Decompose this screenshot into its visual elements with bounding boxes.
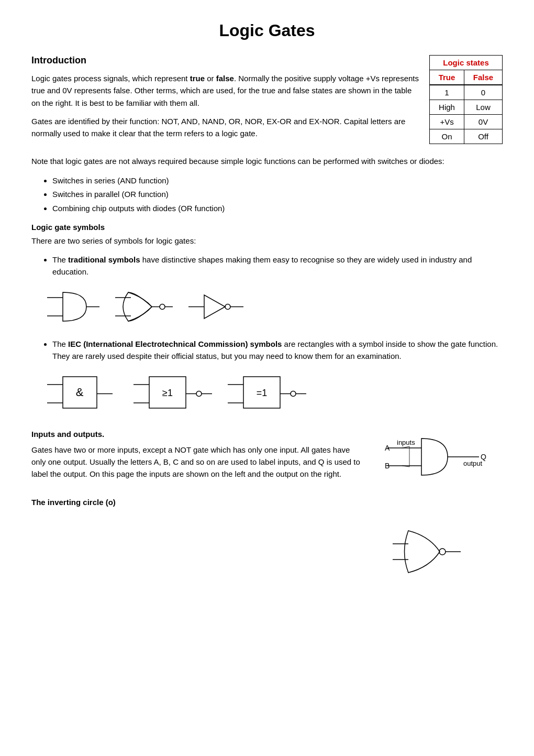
logic-states-table: Logic states True False 10HighLow+Vs0VOn… <box>429 55 503 144</box>
introduction-heading: Introduction <box>31 55 419 66</box>
inputs-outputs-heading: Inputs and outputs. <box>31 428 366 440</box>
svg-text:&: & <box>76 386 84 399</box>
logic-states-title: Logic states <box>430 56 503 70</box>
inverting-heading: The inverting circle (o) <box>31 498 503 507</box>
traditional-symbols-item: The traditional symbols have distinctive… <box>52 254 503 278</box>
page-title: Logic Gates <box>31 21 503 40</box>
intro-para-1: Logic gates process signals, which repre… <box>31 72 419 109</box>
svg-point-29 <box>291 391 296 397</box>
logic-gate-symbols-intro: There are two series of symbols for logi… <box>31 235 503 247</box>
inputs-outputs-section: Inputs and outputs. Gates have two or mo… <box>31 428 503 487</box>
svg-text:B: B <box>385 462 390 470</box>
svg-text:output: output <box>463 459 483 467</box>
svg-text:A: A <box>385 444 390 452</box>
traditional-symbols-diagram <box>42 287 503 329</box>
bullet-item: Switches in parallel (OR function) <box>52 189 503 201</box>
traditional-gates-svg <box>42 287 335 329</box>
col-true: True <box>430 70 464 85</box>
iec-symbols-diagram: & ≥1 =1 <box>42 371 503 419</box>
svg-marker-9 <box>204 295 225 319</box>
iec-gates-svg: & ≥1 =1 <box>42 371 335 419</box>
inputs-outputs-diagram: A B Q inputs output <box>382 428 503 487</box>
col-false: False <box>464 70 503 85</box>
inverting-section: The inverting circle (o) <box>31 498 503 510</box>
svg-text:≥1: ≥1 <box>162 388 173 398</box>
intro-para-3: Note that logic gates are not always req… <box>31 155 503 167</box>
logic-gate-symbols-heading: Logic gate symbols <box>31 223 503 232</box>
svg-text:inputs: inputs <box>397 439 415 446</box>
symbols-bullet-list: The traditional symbols have distinctive… <box>52 254 503 278</box>
svg-text:=1: =1 <box>257 388 268 398</box>
bullet-list: Switches in series (AND function)Switche… <box>52 175 503 215</box>
iec-symbols-bullet-list: The IEC (International Electrotechnical … <box>52 338 503 362</box>
svg-point-6 <box>160 304 165 310</box>
intro-para-2: Gates are identified by their function: … <box>31 115 419 140</box>
inverting-diagram-container <box>31 520 503 583</box>
inputs-outputs-para: Gates have two or more inputs, except a … <box>31 444 366 480</box>
svg-point-22 <box>196 391 202 397</box>
inverting-gate-svg <box>387 520 503 583</box>
iec-symbols-item: The IEC (International Electrotechnical … <box>52 338 503 362</box>
bullet-item: Combining chip outputs with diodes (OR f… <box>52 203 503 215</box>
bullet-item: Switches in series (AND function) <box>52 175 503 187</box>
